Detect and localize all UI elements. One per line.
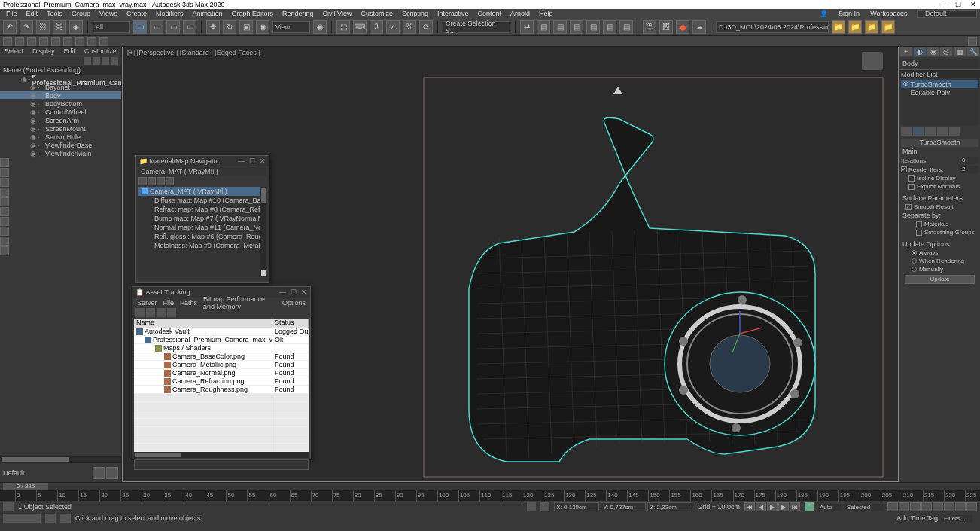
menu-customize[interactable]: Customize (358, 10, 396, 17)
ribbon-btn[interactable] (99, 37, 108, 46)
tab-display-icon[interactable]: ▦ (953, 47, 966, 57)
nav-orbit-icon[interactable] (910, 502, 921, 511)
material-editor-icon[interactable]: ▤ (619, 20, 633, 34)
se-view-icon[interactable] (102, 57, 109, 65)
scene-item[interactable]: ◉·ScreenMount (0, 124, 121, 133)
asset-row[interactable]: Professional_Premium_Camera_max_vray.max… (134, 336, 309, 344)
manipulate-icon[interactable]: ⬚ (336, 20, 350, 34)
when-render-radio[interactable] (912, 258, 917, 264)
menu-grapheditors[interactable]: Graph Editors (228, 10, 276, 17)
se-filter-shape-icon[interactable] (0, 168, 9, 177)
matnav-view1-icon[interactable] (138, 177, 147, 185)
asset-grid[interactable]: Name Status Autodesk VaultLogged Out (As… (134, 319, 309, 452)
at-col-name[interactable]: Name (134, 319, 272, 328)
rollout-title[interactable]: TurboSmooth (901, 139, 978, 147)
ref-coord-dropdown[interactable]: View (272, 21, 310, 33)
render-online-icon[interactable]: ☁ (692, 20, 706, 34)
toggle-ribbon-icon[interactable]: ▤ (570, 20, 583, 34)
ribbon-btn[interactable] (39, 37, 48, 46)
coord-z-field[interactable]: Z: 2,33cm (647, 502, 692, 511)
tab-create-icon[interactable]: + (899, 47, 913, 57)
sel-lock-icon[interactable] (60, 514, 71, 523)
isoline-check[interactable] (908, 175, 915, 182)
menu-file[interactable]: File (3, 10, 20, 17)
materials-check[interactable] (916, 221, 922, 227)
goto-start-icon[interactable]: ⏮ (744, 502, 755, 511)
selection-set-dropdown[interactable]: Create Selection S... (443, 21, 510, 33)
manually-radio[interactable] (912, 267, 917, 272)
key-filter-dropdown[interactable]: Selected (845, 504, 883, 511)
render-icon[interactable]: 🫖 (676, 20, 689, 34)
tab-utilities-icon[interactable]: 🔧 (966, 47, 980, 57)
window-crossing-icon[interactable]: ▭ (183, 20, 196, 34)
menu-arnold[interactable]: Arnold (507, 10, 533, 17)
scale-icon[interactable]: ▣ (239, 20, 253, 34)
se-filter-frozen-icon[interactable] (0, 246, 9, 255)
lock-icon[interactable] (527, 502, 536, 511)
ribbon-btn[interactable] (63, 37, 72, 46)
ribbon-btn[interactable] (3, 37, 12, 46)
at-max-icon[interactable]: ☐ (291, 288, 297, 296)
matnav-close-icon[interactable]: ✕ (260, 157, 266, 165)
percent-snap-icon[interactable]: % (403, 20, 416, 34)
render-frame-icon[interactable]: 🖼 (659, 20, 673, 34)
matnav-view2-icon[interactable] (148, 177, 156, 185)
asset-tracking-window[interactable]: 📋 Asset Tracking — ☐ ✕ Server File Paths… (132, 286, 311, 459)
rotate-icon[interactable]: ↻ (223, 20, 236, 34)
scene-item[interactable]: ◉·SensorHole (0, 133, 121, 141)
show-end-result-icon[interactable] (913, 127, 924, 136)
se-filter-cam-icon[interactable] (0, 188, 9, 197)
matnav-view4-icon[interactable] (166, 177, 174, 185)
render-setup-icon[interactable]: 🎬 (643, 20, 656, 34)
nav-pan2-icon[interactable] (966, 502, 977, 511)
tab-select[interactable]: Select (0, 47, 28, 55)
autokey-label[interactable]: Auto (818, 504, 841, 511)
always-radio[interactable] (912, 250, 917, 255)
project-folder-icon[interactable]: 📁 (832, 20, 845, 34)
scene-tree[interactable]: ◉·▸ Professional_Premium_Camera◉·Bayonet… (0, 75, 121, 456)
at-menu-server[interactable]: Server (137, 299, 157, 307)
se-scrollbar[interactable] (0, 456, 121, 462)
remove-modifier-icon[interactable] (937, 127, 948, 136)
at-menu-bitmap[interactable]: Bitmap Performance and Memory (203, 295, 276, 310)
project-folder2-icon[interactable]: 📁 (848, 20, 862, 34)
at-tb1-icon[interactable] (135, 308, 145, 317)
asset-row[interactable]: Autodesk VaultLogged Out (As (134, 328, 309, 336)
se-filter-bone-icon[interactable] (0, 227, 9, 236)
matnav-tree[interactable]: Camera_MAT ( VRayMtl )Diffuse map: Map #… (138, 187, 266, 277)
asset-row[interactable]: Camera_Roughness.pngFound (134, 386, 309, 394)
select-name-icon[interactable]: ▭ (150, 20, 163, 34)
se-close-icon[interactable] (84, 57, 91, 65)
frame-indicator[interactable]: 0 / 225 (3, 483, 48, 490)
modifier-list-label[interactable]: Modifier List (899, 69, 980, 78)
project-path-field[interactable]: D:\3D_MOL\2024\08.2024\Professional_Prem… (716, 21, 829, 33)
project-folder4-icon[interactable]: 📁 (881, 20, 895, 34)
project-folder3-icon[interactable]: 📁 (865, 20, 878, 34)
render-iters-check[interactable] (901, 166, 907, 172)
matnav-min-icon[interactable]: — (238, 157, 245, 165)
modifier-stack[interactable]: 👁 TurboSmooth Editable Poly (901, 80, 978, 125)
ribbon-btn[interactable] (75, 37, 84, 46)
key-filters-button[interactable]: Filters... (942, 515, 972, 522)
asset-row[interactable]: Camera_Normal.pngFound (134, 369, 309, 377)
snap-icon[interactable]: 3 (370, 20, 383, 34)
scene-item[interactable]: ◉·ControlWheel (0, 108, 121, 116)
select-icon[interactable]: ▭ (133, 20, 147, 34)
nav-region-icon[interactable] (955, 502, 966, 511)
layers-icon[interactable]: ▤ (553, 20, 567, 34)
nav-zoom-icon[interactable] (899, 502, 909, 511)
layer-icon1[interactable] (93, 467, 105, 479)
at-tb4-icon[interactable] (167, 308, 176, 317)
matnav-item[interactable]: Metalness: Map #9 (Camera_Metallic.png) (138, 241, 266, 250)
se-search-icon[interactable] (93, 57, 100, 65)
angle-snap-icon[interactable]: ∠ (386, 20, 400, 34)
tab-customize[interactable]: Customize (80, 47, 121, 55)
pivot-icon[interactable]: ◉ (313, 20, 327, 34)
script-listener-icon[interactable] (3, 502, 14, 511)
matnav-max-icon[interactable]: ☐ (249, 157, 255, 165)
configure-sets-icon[interactable] (949, 127, 960, 136)
se-filter-space-icon[interactable] (0, 207, 9, 216)
scene-item[interactable]: ◉·Body (0, 91, 121, 99)
tab-edit[interactable]: Edit (59, 47, 81, 55)
redo-icon[interactable]: ↷ (20, 20, 33, 34)
